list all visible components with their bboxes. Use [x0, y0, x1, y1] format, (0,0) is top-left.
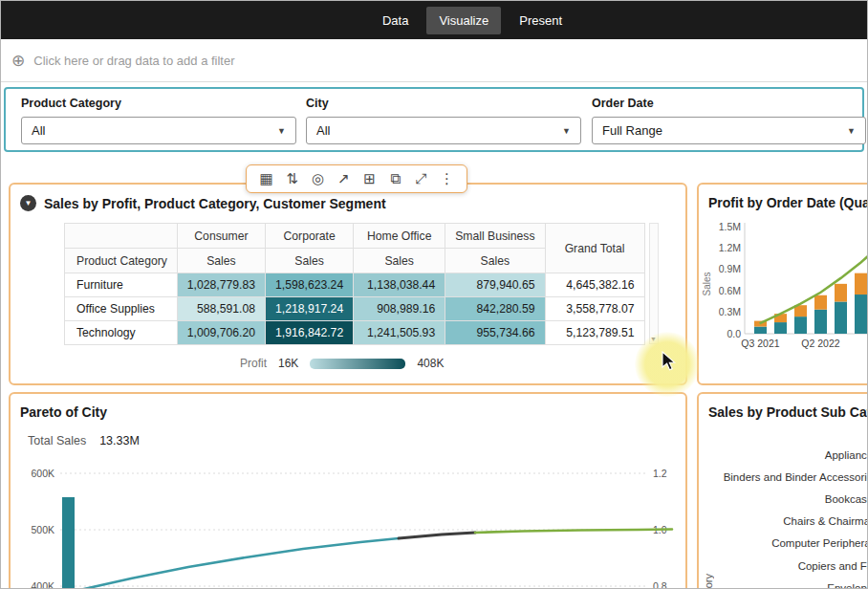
pareto-chart[interactable]: 600K500K400K1.21.00.8 [16, 451, 685, 589]
trend-arrow-icon[interactable]: ↗ [333, 167, 355, 190]
svg-text:Q3 2021: Q3 2021 [741, 338, 779, 349]
total-sales-value: 13.33M [99, 434, 140, 447]
pivot-col-header[interactable]: Small Business [445, 224, 545, 249]
filter-dropdown[interactable]: All▼ [306, 117, 581, 144]
pareto-panel[interactable]: Pareto of City Total Sales 13.33M 600K50… [9, 392, 687, 589]
pivot-cell[interactable]: 1,241,505.93 [354, 321, 445, 345]
subcategory-label-row[interactable]: Appliances [708, 444, 868, 466]
subcategory-label-row[interactable]: Chairs & Chairmats [708, 511, 868, 533]
subcategory-label-row[interactable]: Envelopes [708, 577, 868, 589]
add-filter-bar[interactable]: ⊕ Click here or drag data to add a filte… [1, 39, 867, 82]
pivot-row-header[interactable]: Office Supplies [65, 297, 178, 321]
pivot-row-header[interactable]: Technology [65, 321, 178, 345]
subcategory-label[interactable]: Envelopes [827, 582, 868, 589]
subcategory-label[interactable]: Computer Peripherals [771, 537, 868, 549]
pivot-cell[interactable]: 1,916,842.72 [266, 321, 354, 345]
pivot-cell[interactable]: 1,138,038.44 [354, 273, 445, 297]
filter-dropdown[interactable]: Full Range▼ [592, 117, 866, 144]
add-filter-icon[interactable]: ⊕ [11, 53, 25, 69]
filter-dropdown[interactable]: All▼ [21, 117, 296, 144]
subcategory-label[interactable]: Binders and Binder Accessories [724, 471, 868, 483]
tab-present[interactable]: Present [507, 7, 575, 34]
chevron-down-icon: ▼ [847, 126, 856, 136]
legend-max: 408K [417, 357, 444, 370]
layout-grid-icon[interactable]: ▦ [255, 167, 277, 190]
filter-label: Product Category [21, 97, 296, 110]
app-window: DataVisualizePresent ⊕ Click here or dra… [0, 0, 868, 589]
svg-text:Q2 2022: Q2 2022 [801, 338, 839, 349]
subcategory-label[interactable]: Copiers and Fax [798, 560, 868, 572]
pivot-cell[interactable]: 842,280.59 [445, 297, 545, 321]
pivot-total-cell[interactable]: 4,645,382.16 [545, 273, 644, 297]
pivot-total-cell[interactable]: 3,558,778.07 [545, 297, 644, 321]
subcategory-title: Sales by Product Sub Category [708, 404, 868, 420]
quarter-stacked-bar-chart[interactable]: Sales0.00.3M0.6M0.9M1.2M1.5MQ3 2021Q2 20… [701, 217, 868, 370]
subcategory-label-row[interactable]: Computer Peripherals [708, 533, 868, 555]
duplicate-icon[interactable]: ⧉ [384, 167, 406, 190]
pivot-panel[interactable]: ▼ Sales by Profit, Product Category, Cus… [9, 183, 687, 385]
tab-data[interactable]: Data [370, 7, 421, 34]
chevron-down-icon: ▼ [277, 126, 286, 136]
pivot-cell[interactable]: 1,598,623.24 [266, 273, 354, 297]
pivot-row-dimension-header[interactable]: Product Category [65, 249, 178, 273]
pivot-measure-header[interactable]: Sales [177, 249, 265, 273]
pivot-cell[interactable]: 955,734.66 [445, 321, 545, 345]
pivot-table: ConsumerCorporateHome OfficeSmall Busine… [64, 223, 645, 345]
svg-text:1.2M: 1.2M [719, 242, 741, 253]
pivot-col-header[interactable]: Corporate [266, 224, 354, 249]
pivot-total-cell[interactable]: 5,123,789.51 [545, 321, 644, 345]
svg-text:1.2: 1.2 [653, 468, 667, 479]
subcategory-label-row[interactable]: Bookcases [708, 488, 868, 510]
svg-text:0.0: 0.0 [727, 328, 741, 339]
quarter-chart-panel[interactable]: Profit by Order Date (Quarter) Sales0.00… [697, 183, 868, 385]
pivot-row-header[interactable]: Furniture [65, 273, 178, 297]
pivot-col-header[interactable]: Home Office [354, 224, 445, 249]
filter-controls-panel: Product CategoryAll▼CityAll▼Order DateFu… [4, 87, 864, 152]
drill-target-icon[interactable]: ◎ [307, 167, 329, 190]
filter-control-order-date: Order DateFull Range▼ [592, 97, 866, 144]
legend-label: Profit [240, 357, 267, 370]
subcategory-label[interactable]: Appliances [825, 449, 868, 461]
more-options-icon[interactable]: ⋮ [436, 167, 458, 190]
pivot-row: Technology1,009,706.201,916,842.721,241,… [65, 321, 645, 345]
svg-text:Sales: Sales [702, 272, 712, 295]
legend-min: 16K [278, 357, 298, 370]
pivot-cell[interactable]: 879,940.65 [445, 273, 545, 297]
subcategory-label[interactable]: Chairs & Chairmats [783, 515, 868, 527]
svg-text:400K: 400K [31, 580, 54, 589]
subcategory-label-row[interactable]: Binders and Binder Accessories [708, 466, 868, 488]
svg-text:1.5M: 1.5M [719, 221, 741, 232]
top-nav-bar: DataVisualizePresent [1, 1, 867, 39]
pivot-measure-header[interactable]: Sales [445, 249, 545, 273]
pivot-cell[interactable]: 908,989.16 [354, 297, 445, 321]
chevron-down-icon: ▼ [562, 126, 571, 136]
pivot-grand-total-header[interactable]: Grand Total [545, 224, 644, 273]
sort-icon[interactable]: ⇅ [281, 167, 303, 190]
subcategory-panel[interactable]: Sales by Product Sub Category Product Su… [697, 392, 868, 589]
pivot-cell[interactable]: 1,028,779.83 [177, 273, 265, 297]
scroll-down-icon[interactable]: ▼ [650, 336, 658, 342]
maximize-icon[interactable]: ⤢ [410, 167, 432, 190]
legend-gradient [310, 359, 405, 369]
add-filter-prompt[interactable]: Click here or drag data to add a filter [33, 54, 234, 68]
pivot-cell[interactable]: 588,591.08 [177, 297, 265, 321]
pivot-cell[interactable]: 1,218,917.24 [266, 297, 354, 321]
pivot-panel-title: Sales by Profit, Product Category, Custo… [44, 196, 386, 211]
pivot-scrollbar[interactable]: ▼ [649, 223, 659, 344]
pivot-measure-header[interactable]: Sales [354, 249, 445, 273]
subcategory-label[interactable]: Bookcases [825, 493, 868, 505]
filter-label: Order Date [592, 97, 866, 110]
viz-toolbar: ▦⇅◎↗⊞⧉⤢⋮ [246, 164, 467, 193]
pivot-measure-header[interactable]: Sales [266, 249, 354, 273]
svg-text:500K: 500K [31, 524, 54, 535]
subcategory-axis-labels: AppliancesBinders and Binder Accessories… [708, 444, 868, 589]
export-icon[interactable]: ⊞ [358, 167, 380, 190]
pivot-col-header[interactable]: Consumer [177, 224, 265, 249]
svg-text:0.3M: 0.3M [719, 306, 741, 317]
filter-value: All [32, 123, 45, 138]
total-sales-label: Total Sales [28, 434, 86, 447]
pivot-cell[interactable]: 1,009,706.20 [177, 321, 265, 345]
subcategory-label-row[interactable]: Copiers and Fax [708, 555, 868, 577]
tab-visualize[interactable]: Visualize [426, 7, 501, 34]
quarter-chart-title: Profit by Order Date (Quarter) [708, 195, 868, 210]
